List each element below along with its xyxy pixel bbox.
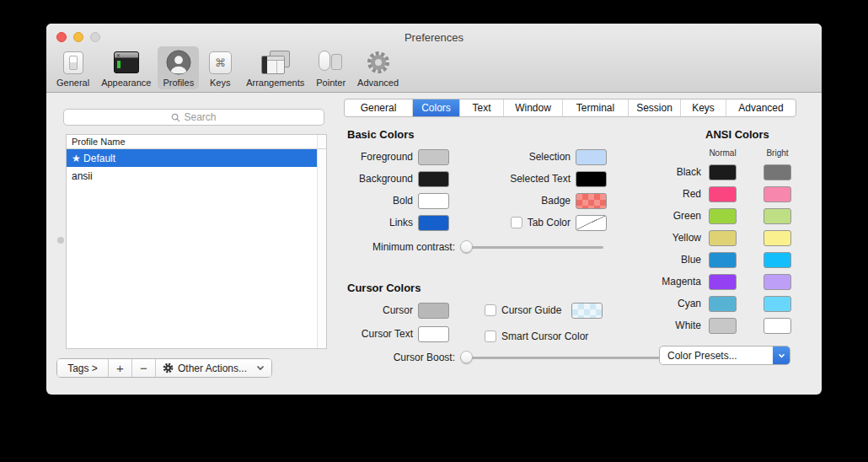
toolbar-item-general[interactable]: General [51, 46, 94, 89]
ansi-black-bright-well[interactable] [764, 164, 791, 180]
general-icon [59, 49, 88, 76]
links-row: Links [299, 214, 449, 231]
ansi-magenta-bright-well[interactable] [764, 274, 791, 290]
ansi-red-normal-well[interactable] [709, 186, 737, 202]
chevron-down-icon [778, 353, 785, 358]
badge-color-well[interactable] [576, 193, 607, 209]
ansi-blue-bright-well[interactable] [764, 252, 791, 268]
links-color-well[interactable] [418, 215, 449, 231]
tab-colors[interactable]: Colors [413, 99, 460, 116]
add-profile-button[interactable]: + [109, 359, 132, 377]
ansi-bright-header: Bright [764, 148, 791, 158]
cursor-color-well[interactable] [418, 303, 449, 319]
tab-keys[interactable]: Keys [681, 99, 726, 116]
preferences-window: Preferences General ✕ Appearance [46, 24, 822, 395]
profile-row-ansii[interactable]: ansii [67, 167, 326, 185]
slider-knob[interactable] [460, 351, 473, 363]
cursor-colors-heading: Cursor Colors [347, 282, 421, 294]
ansi-blue-normal-well[interactable] [709, 252, 737, 268]
cursor-guide-row: Cursor Guide [459, 302, 607, 319]
profile-actions-group: Tags > + − Other Actions... [56, 358, 272, 378]
tab-color-well[interactable] [576, 215, 607, 231]
toolbar-item-advanced[interactable]: Advanced [352, 46, 404, 89]
ansi-normal-header: Normal [709, 148, 737, 158]
cursor-guide-checkbox[interactable] [485, 304, 496, 316]
advanced-gear-icon [364, 49, 393, 76]
tags-button[interactable]: Tags > [57, 359, 109, 377]
ansi-green-bright-well[interactable] [764, 208, 791, 224]
ansi-green-normal-well[interactable] [709, 208, 737, 224]
splitter-dimple[interactable] [57, 237, 64, 244]
ansi-colors-heading: ANSI Colors [705, 128, 769, 141]
ansi-white-normal-well[interactable] [709, 318, 737, 334]
search-placeholder: Search [184, 111, 216, 123]
tab-window[interactable]: Window [504, 99, 563, 116]
selected-text-color-well[interactable] [576, 171, 607, 187]
tab-advanced[interactable]: Advanced [726, 99, 796, 116]
color-presets-dropdown[interactable]: Color Presets... [659, 346, 790, 365]
ansi-row-magenta: Magenta [626, 273, 791, 290]
ansi-row-white: White [626, 317, 791, 334]
tab-color-checkbox[interactable] [511, 217, 522, 228]
window-title: Preferences [46, 31, 822, 44]
ansi-cyan-bright-well[interactable] [764, 296, 791, 312]
tab-session[interactable]: Session [629, 99, 681, 116]
gear-icon [163, 363, 174, 373]
ansi-yellow-bright-well[interactable] [764, 230, 791, 246]
selected-text-row: Selected Text [459, 170, 607, 187]
tab-terminal[interactable]: Terminal [563, 99, 629, 116]
ansi-black-normal-well[interactable] [709, 164, 737, 180]
badge-row: Badge [459, 192, 607, 209]
profile-table-header[interactable]: Profile Name [67, 135, 326, 149]
search-input[interactable]: Search [63, 109, 324, 126]
smart-cursor-color-checkbox[interactable] [485, 330, 496, 342]
remove-profile-button[interactable]: − [132, 359, 156, 377]
dropdown-arrow-button[interactable] [773, 346, 790, 364]
foreground-color-well[interactable] [418, 149, 449, 165]
tab-color-row: Tab Color [459, 214, 607, 231]
toolbar-item-keys[interactable]: ⌘ Keys [201, 46, 239, 89]
search-icon [171, 113, 180, 122]
ansi-red-bright-well[interactable] [764, 186, 791, 202]
appearance-icon: ✕ [112, 49, 141, 76]
titlebar: Preferences General ✕ Appearance [46, 24, 822, 93]
toolbar-item-profiles[interactable]: Profiles [158, 46, 199, 89]
background-color-well[interactable] [418, 171, 449, 187]
ansi-white-bright-well[interactable] [764, 318, 791, 334]
ansi-row-red: Red [626, 185, 791, 202]
toolbar-item-pointer[interactable]: Pointer [311, 46, 351, 89]
toolbar: General ✕ Appearance [51, 46, 404, 89]
basic-colors-heading: Basic Colors [347, 128, 414, 141]
selection-color-well[interactable] [576, 149, 607, 165]
profile-row-default[interactable]: ★ Default [67, 149, 326, 167]
smart-cursor-row: Smart Cursor Color [459, 328, 607, 345]
profile-table: Profile Name ★ Default ansii [66, 134, 327, 349]
ansi-row-cyan: Cyan [626, 295, 791, 312]
ansi-row-blue: Blue [626, 251, 791, 268]
cursor-text-row: Cursor Text [299, 325, 449, 342]
selection-row: Selection [459, 148, 607, 165]
keys-icon: ⌘ [206, 49, 234, 76]
ansi-row-green: Green [626, 207, 791, 224]
background-row: Background [299, 170, 449, 187]
minimum-contrast-slider[interactable] [460, 240, 603, 254]
other-actions-dropdown[interactable]: Other Actions... [156, 359, 271, 377]
slider-knob[interactable] [460, 240, 473, 253]
bold-row: Bold [299, 192, 449, 209]
profiles-icon [164, 49, 193, 76]
arrangements-icon [261, 49, 290, 76]
bold-color-well[interactable] [418, 193, 449, 209]
toolbar-item-appearance[interactable]: ✕ Appearance [96, 46, 156, 89]
toolbar-item-arrangements[interactable]: Arrangements [241, 46, 309, 89]
ansi-magenta-normal-well[interactable] [709, 274, 737, 290]
cursor-row: Cursor [299, 302, 449, 319]
cursor-text-color-well[interactable] [418, 326, 449, 342]
tab-text[interactable]: Text [460, 99, 504, 116]
ansi-row-yellow: Yellow [626, 229, 791, 246]
ansi-yellow-normal-well[interactable] [709, 230, 737, 246]
tab-general[interactable]: General [345, 99, 413, 116]
cursor-guide-color-well[interactable] [571, 303, 603, 319]
foreground-row: Foreground [299, 148, 449, 165]
minimum-contrast-row: Minimum contrast: [299, 240, 603, 254]
ansi-cyan-normal-well[interactable] [709, 296, 737, 312]
